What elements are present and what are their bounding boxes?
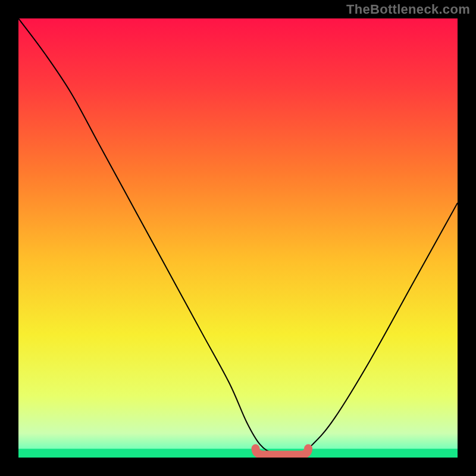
watermark-text: TheBottleneck.com: [346, 2, 470, 17]
chart-frame: TheBottleneck.com: [0, 0, 476, 476]
bottleneck-chart-svg: [18, 18, 458, 458]
green-baseline-band: [18, 449, 458, 458]
gradient-background: [18, 18, 458, 458]
plot-area: [18, 18, 458, 458]
